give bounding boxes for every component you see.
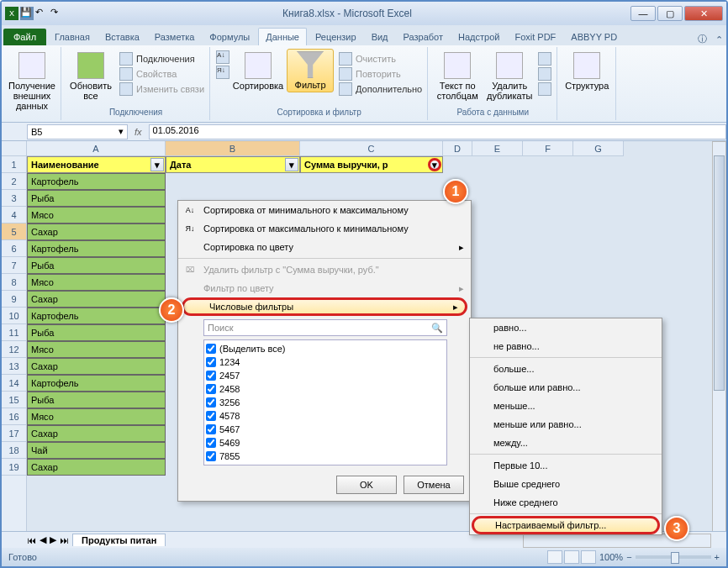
redo-icon[interactable]: ↷	[50, 7, 64, 20]
not-equals-item[interactable]: не равно...	[470, 337, 662, 355]
row-header-6[interactable]: 6	[2, 240, 26, 257]
text-to-columns-button[interactable]: Текст по столбцам	[434, 49, 481, 101]
scroll-thumb[interactable]	[714, 156, 725, 391]
whatif-button[interactable]	[538, 82, 551, 96]
fx-icon[interactable]: fx	[128, 127, 149, 137]
row-header-16[interactable]: 16	[2, 408, 26, 425]
sort-desc-item[interactable]: Я↓Сортировка от максимального к минималь…	[178, 219, 471, 238]
remove-duplicates-button[interactable]: Удалить дубликаты	[486, 49, 533, 101]
table-cell[interactable]: Мясо	[27, 408, 166, 425]
row-header-10[interactable]: 10	[2, 308, 26, 324]
sheet-tab[interactable]: Продукты питан	[72, 534, 166, 546]
consolidate-button[interactable]	[538, 67, 551, 81]
ribbon-tab-foxit pdf[interactable]: Foxit PDF	[508, 29, 562, 45]
header-cell-C[interactable]: Сумма выручки, р▾	[300, 156, 443, 173]
filter-values-list[interactable]: (Выделить все) 1234245724583256457854675…	[203, 339, 447, 465]
filter-value-checkbox[interactable]: 3256	[206, 396, 445, 409]
connections-button[interactable]: Подключения	[119, 52, 204, 66]
ribbon-tab-рецензир[interactable]: Рецензир	[309, 29, 363, 45]
table-cell[interactable]: Сахар	[27, 291, 166, 308]
filter-arrow-A[interactable]: ▾	[150, 158, 164, 171]
filter-value-checkbox[interactable]: 1234	[206, 355, 445, 369]
sort-asc-item[interactable]: А↓Сортировка от минимального к максималь…	[178, 201, 471, 219]
zoom-level[interactable]: 100%	[599, 552, 623, 562]
sheet-nav-prev-icon[interactable]: ◀	[40, 534, 46, 545]
less-item[interactable]: меньше...	[470, 397, 662, 415]
refresh-all-button[interactable]: Обновить все	[67, 49, 114, 101]
custom-filter-item[interactable]: Настраиваемый фильтр...	[472, 516, 660, 534]
ribbon-tab-abbyy pd[interactable]: ABBYY PD	[564, 29, 624, 45]
ok-button[interactable]: OK	[336, 476, 397, 494]
row-header-4[interactable]: 4	[2, 207, 26, 224]
cancel-button[interactable]: Отмена	[404, 476, 464, 494]
select-all-corner[interactable]	[2, 141, 27, 156]
row-header-8[interactable]: 8	[2, 274, 26, 291]
ribbon-tab-данные[interactable]: Данные	[258, 28, 307, 45]
greater-item[interactable]: больше...	[470, 360, 662, 378]
table-cell[interactable]: Сахар	[27, 425, 166, 442]
normal-view-button[interactable]	[547, 550, 562, 564]
table-cell[interactable]: Картофель	[27, 308, 166, 324]
filter-button[interactable]: Фильтр	[287, 49, 334, 92]
advanced-filter-button[interactable]: Дополнительно	[339, 82, 422, 96]
filter-value-checkbox[interactable]: 5467	[206, 423, 445, 436]
ribbon-help-icon[interactable]: ⓘ	[694, 33, 710, 45]
above-avg-item[interactable]: Выше среднего	[470, 475, 662, 493]
filter-value-checkbox[interactable]: 4578	[206, 409, 445, 423]
below-avg-item[interactable]: Ниже среднего	[470, 493, 662, 512]
column-header-C[interactable]: C	[300, 141, 443, 156]
formula-input[interactable]: 01.05.2016	[149, 124, 726, 139]
table-cell[interactable]: Картофель	[27, 240, 166, 257]
sort-desc-button[interactable]: Я↓	[216, 66, 229, 79]
sort-by-color-item[interactable]: Сортировка по цвету	[178, 238, 471, 256]
greater-equal-item[interactable]: больше или равно...	[470, 378, 662, 397]
filter-search-input[interactable]: Поиск🔍	[203, 319, 447, 336]
file-tab[interactable]: Файл	[3, 29, 46, 45]
zoom-in-button[interactable]: +	[715, 552, 720, 562]
filter-value-checkbox[interactable]: 5469	[206, 436, 445, 450]
less-equal-item[interactable]: меньше или равно...	[470, 415, 662, 434]
table-cell[interactable]: Рыба	[27, 257, 166, 274]
select-all-checkbox[interactable]: (Выделить все)	[206, 342, 445, 355]
ribbon-tab-разработ[interactable]: Разработ	[397, 29, 450, 45]
filter-arrow-C[interactable]: ▾	[428, 158, 441, 171]
table-cell[interactable]: Сахар	[27, 459, 166, 476]
sort-button[interactable]: Сортировка	[235, 49, 282, 91]
row-header-3[interactable]: 3	[2, 190, 26, 207]
row-header-5[interactable]: 5	[2, 224, 26, 240]
row-header-14[interactable]: 14	[2, 375, 26, 392]
minimize-button[interactable]: —	[630, 6, 656, 21]
row-header-7[interactable]: 7	[2, 257, 26, 274]
header-cell-A[interactable]: Наименование▾	[27, 156, 166, 173]
filter-value-checkbox[interactable]: 8566	[206, 463, 445, 465]
sheet-nav-next-icon[interactable]: ▶	[50, 534, 56, 545]
row-header-1[interactable]: 1	[2, 156, 26, 173]
table-cell[interactable]: Мясо	[27, 341, 166, 358]
column-header-A[interactable]: A	[27, 141, 166, 156]
row-header-13[interactable]: 13	[2, 358, 26, 375]
sheet-nav-last-icon[interactable]: ⏭	[60, 535, 69, 545]
row-header-2[interactable]: 2	[2, 173, 26, 190]
table-cell[interactable]: Картофель	[27, 375, 166, 392]
table-cell[interactable]: Сахар	[27, 224, 166, 240]
filter-value-checkbox[interactable]: 2457	[206, 369, 445, 382]
sheet-nav-first-icon[interactable]: ⏮	[27, 535, 36, 545]
name-box[interactable]: B5▾	[27, 124, 128, 139]
close-button[interactable]: ✕	[684, 6, 723, 21]
sort-asc-button[interactable]: А↓	[216, 50, 229, 64]
table-cell[interactable]: Рыба	[27, 324, 166, 341]
column-header-G[interactable]: G	[573, 141, 624, 156]
filter-value-checkbox[interactable]: 7855	[206, 450, 445, 463]
table-cell[interactable]: Мясо	[27, 274, 166, 291]
data-validation-button[interactable]	[538, 52, 551, 66]
vertical-scrollbar[interactable]	[712, 156, 726, 531]
get-external-data-button[interactable]: Получение внешних данных	[8, 49, 55, 111]
row-header-9[interactable]: 9	[2, 291, 26, 308]
ribbon-tab-разметка[interactable]: Разметка	[148, 29, 202, 45]
table-cell[interactable]: Чай	[27, 442, 166, 459]
number-filters-item[interactable]: Числовые фильтры	[182, 297, 467, 316]
top10-item[interactable]: Первые 10...	[470, 456, 662, 475]
ribbon-tab-формулы[interactable]: Формулы	[203, 29, 256, 45]
column-header-D[interactable]: D	[443, 141, 472, 156]
table-cell[interactable]: Мясо	[27, 207, 166, 224]
